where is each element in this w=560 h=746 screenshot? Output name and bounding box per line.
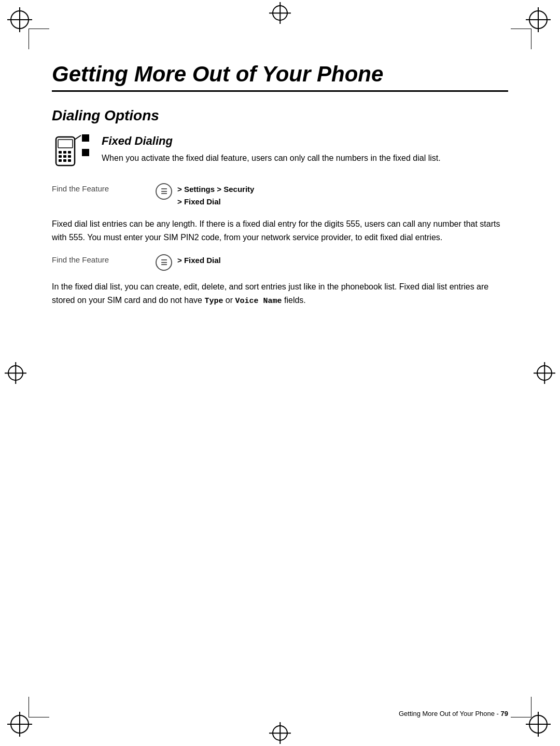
page-title: Getting More Out of Your Phone [52, 62, 508, 86]
svg-rect-1 [58, 140, 73, 148]
bullet-square-2 [82, 149, 89, 156]
reg-mark-bottom-center [272, 725, 288, 741]
body-text-type: Type [204, 297, 223, 306]
page: Getting More Out of Your Phone Dialing O… [0, 0, 560, 746]
svg-rect-7 [68, 155, 71, 158]
reg-mark-tl [10, 10, 31, 31]
menu-icon-1: ☰ [156, 183, 172, 200]
reg-mark-top-center [272, 5, 288, 21]
svg-rect-6 [63, 155, 66, 158]
body-text-end: fields. [282, 296, 306, 305]
path-line-1: > Settings > Security [177, 185, 254, 194]
svg-rect-5 [59, 155, 62, 158]
feature-block: Fixed Dialing When you activate the fixe… [52, 134, 508, 173]
find-feature-row-2: Find the Feature ☰ > Fixed Dial [52, 254, 508, 271]
svg-rect-10 [68, 159, 71, 162]
svg-rect-4 [68, 151, 71, 154]
main-content: Getting More Out of Your Phone Dialing O… [52, 62, 508, 694]
find-feature-row-1: Find the Feature ☰ > Settings > Security… [52, 183, 508, 208]
find-feature-label-1: Find the Feature [52, 183, 156, 193]
find-feature-path-1: > Settings > Security > Fixed Dial [177, 183, 254, 208]
feature-description: When you activate the fixed dial feature… [102, 152, 508, 164]
body-paragraph-1: Fixed dial list entries can be any lengt… [52, 217, 508, 244]
menu-icon-symbol-2: ☰ [161, 258, 167, 267]
reg-mark-br [529, 715, 550, 736]
path-fixed-dial: > Fixed Dial [177, 256, 221, 265]
feature-content: Fixed Dialing When you activate the fixe… [102, 134, 508, 164]
svg-rect-8 [59, 159, 62, 162]
title-divider [52, 90, 508, 92]
icon-wrapper [52, 134, 88, 173]
menu-icon-2: ☰ [156, 254, 172, 271]
svg-line-11 [75, 135, 81, 140]
page-number: 79 [501, 710, 508, 717]
feature-heading: Fixed Dialing [102, 134, 508, 148]
path-line-2: > Fixed Dial [177, 197, 221, 206]
phone-icon-container [52, 134, 93, 173]
footer-text: Getting More Out of Your Phone - [399, 710, 501, 717]
svg-rect-9 [63, 159, 66, 162]
reg-mark-tr [529, 10, 550, 31]
menu-icon-symbol: ☰ [161, 187, 167, 196]
bullet-square-1 [82, 134, 89, 142]
body-text-or: or [223, 296, 235, 305]
body-text-voice: Voice Name [235, 297, 282, 306]
reg-mark-bl [10, 715, 31, 736]
reg-mark-left-center [8, 365, 23, 381]
reg-mark-right-center [537, 365, 552, 381]
svg-rect-2 [59, 151, 62, 154]
find-feature-path-2: > Fixed Dial [177, 254, 221, 267]
find-feature-label-2: Find the Feature [52, 254, 156, 264]
page-footer: Getting More Out of Your Phone - 79 [399, 710, 508, 717]
body-paragraph-2: In the fixed dial list, you can create, … [52, 280, 508, 308]
section-heading: Dialing Options [52, 107, 508, 124]
svg-rect-3 [63, 151, 66, 154]
